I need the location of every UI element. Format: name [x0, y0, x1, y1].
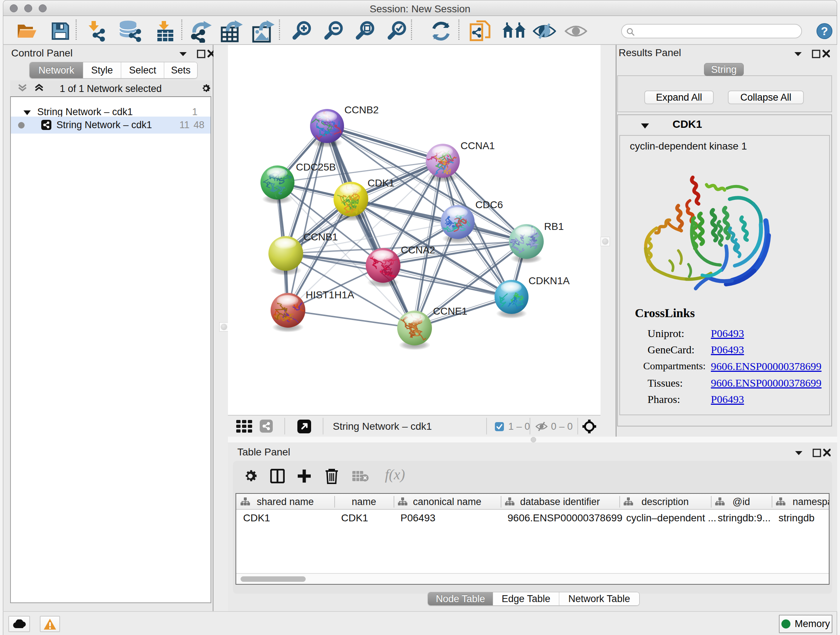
svg-text:CDK1: CDK1	[368, 177, 395, 188]
svg-text:CCNB2: CCNB2	[344, 104, 379, 116]
svg-text:?: ?	[821, 25, 828, 38]
svg-text:CCNB1: CCNB1	[303, 231, 338, 242]
svg-text:CCNE1: CCNE1	[433, 306, 467, 317]
svg-text:CDC25B: CDC25B	[296, 162, 336, 173]
svg-text:HIST1H1A: HIST1H1A	[306, 289, 354, 301]
svg-text:CCNA2: CCNA2	[401, 244, 435, 256]
svg-text:CCNA1: CCNA1	[461, 140, 495, 151]
svg-text:RB1: RB1	[544, 221, 564, 232]
svg-text:CDC6: CDC6	[475, 199, 503, 211]
svg-text:CDKN1A: CDKN1A	[529, 275, 570, 287]
